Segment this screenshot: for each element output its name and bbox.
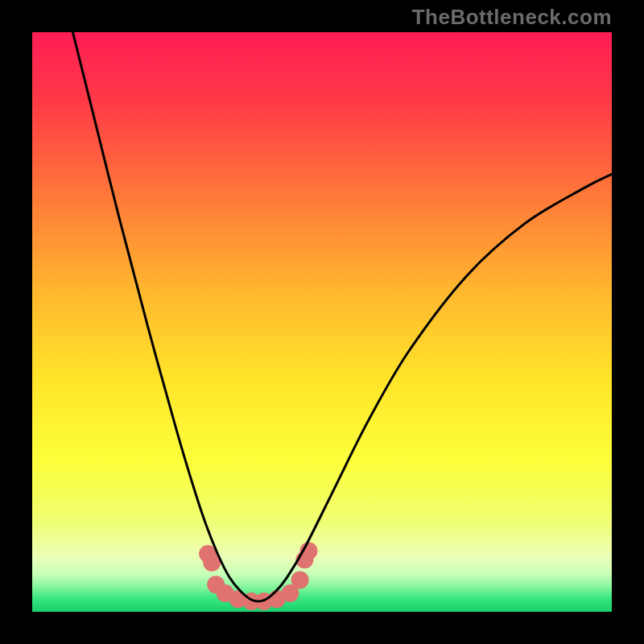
curve-layer <box>32 32 612 612</box>
plot-area <box>32 32 612 612</box>
bottleneck-curve <box>72 32 612 601</box>
chart-frame: TheBottleneck.com <box>0 0 644 644</box>
watermark-label: TheBottleneck.com <box>412 5 612 30</box>
curve-marker <box>291 571 309 588</box>
